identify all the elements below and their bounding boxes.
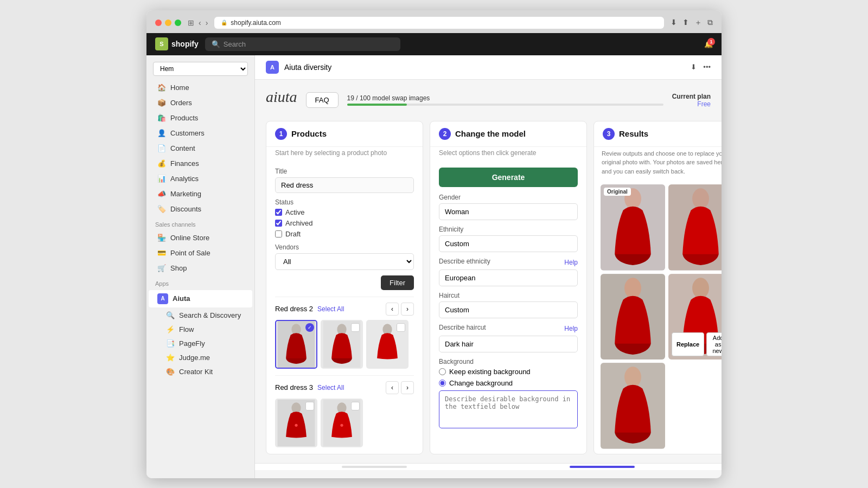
maximize-button[interactable]	[175, 20, 181, 26]
creator-kit-icon: 🎨	[166, 368, 175, 376]
sidebar-item-flow[interactable]: ⚡ Flow	[149, 323, 252, 336]
change-bg-label: Change background	[449, 379, 513, 387]
sidebar-item-aiuta[interactable]: A Aiuta	[149, 290, 252, 307]
usage-bar-wrap: 19 / 100 model swap images	[347, 94, 663, 106]
minimize-button[interactable]	[165, 20, 171, 26]
haircut-label: Haircut	[439, 292, 578, 299]
discounts-icon: 🏷️	[157, 205, 166, 213]
gender-select[interactable]: Woman	[439, 203, 578, 220]
ethnicity-help-link[interactable]: Help	[564, 259, 578, 266]
draft-checkbox[interactable]	[275, 230, 282, 237]
lock-icon: 🔒	[221, 20, 227, 25]
sidebar-item-products[interactable]: 🛍️ Products	[149, 111, 252, 125]
faq-button[interactable]: FAQ	[306, 92, 339, 108]
product-next-2[interactable]: ›	[401, 381, 414, 394]
sidebar-item-online-store[interactable]: 🏪 Online Store	[149, 230, 252, 245]
product-thumb-1-2[interactable]	[366, 320, 409, 369]
original-badge: Original	[604, 188, 631, 196]
share-icon[interactable]: ⬆	[682, 18, 689, 28]
plan-label: Current plan	[672, 93, 711, 100]
download-icon[interactable]: ⬇	[671, 18, 677, 28]
ethnicity-select[interactable]: Custom	[439, 235, 578, 252]
product-group-2-name: Red dress 3	[275, 383, 313, 391]
filter-button[interactable]: Filter	[381, 275, 414, 290]
describe-haircut-header: Describe haircut Help	[439, 324, 578, 333]
product-thumb-1-0[interactable]: ✓	[275, 320, 317, 369]
replace-button[interactable]: Replace	[672, 332, 704, 356]
title-input[interactable]	[275, 177, 414, 193]
sidebar-item-pos[interactable]: 💳 Point of Sale	[149, 246, 252, 260]
haircut-field: Haircut Custom	[439, 292, 578, 318]
new-tab-icon[interactable]: ＋	[694, 18, 702, 28]
describe-haircut-input[interactable]	[439, 336, 578, 352]
bg-description-textarea[interactable]	[439, 390, 578, 428]
sidebar-item-finances[interactable]: 💰 Finances	[149, 156, 252, 171]
product-thumb-1-1[interactable]	[321, 320, 363, 369]
result-actions: Replace Add as new	[672, 332, 722, 356]
products-panel-subtitle: Start here by selecting a product photo	[266, 147, 423, 161]
archived-checkbox[interactable]	[275, 220, 282, 227]
product-thumbs-2	[275, 399, 414, 447]
plan-name: Free	[672, 100, 711, 108]
sidebar-item-customers[interactable]: 👤 Customers	[149, 126, 252, 140]
sidebar-item-analytics[interactable]: 📊 Analytics	[149, 171, 252, 186]
active-checkbox[interactable]	[275, 209, 282, 216]
product-next-1[interactable]: ›	[401, 303, 414, 316]
sidebar-label-shop: Shop	[170, 264, 187, 272]
notification-bell[interactable]: 🔔	[704, 40, 713, 48]
select-all-2[interactable]: Select All	[317, 384, 344, 391]
sidebar-item-judge[interactable]: ⭐ Judge.me	[149, 351, 252, 364]
sidebar-toggle-icon[interactable]: ⊞	[188, 18, 194, 27]
model-panel-subtitle: Select options then click generate	[430, 147, 586, 161]
product-thumb-2-1[interactable]	[321, 399, 363, 447]
active-label: Active	[285, 208, 304, 216]
sidebar-item-shop[interactable]: 🛒 Shop	[149, 261, 252, 275]
scroll-indicator-1[interactable]	[342, 466, 407, 468]
describe-ethnicity-input[interactable]	[439, 269, 578, 286]
download-action-icon[interactable]: ⬇	[691, 63, 697, 71]
sidebar-item-search-discovery[interactable]: 🔍 Search & Discovery	[149, 309, 252, 322]
address-bar[interactable]: 🔒 shopify.aiuta.com	[214, 17, 664, 29]
aiuta-logo: aiuta	[266, 88, 297, 106]
result-generated-2	[601, 274, 665, 360]
sidebar-label-customers: Customers	[170, 129, 205, 137]
sidebar-item-content[interactable]: 📄 Content	[149, 141, 252, 156]
store-select[interactable]: Hem	[153, 62, 248, 76]
keep-bg-row: Keep existing background	[439, 368, 578, 376]
sidebar-label-judge: Judge.me	[179, 354, 210, 362]
sidebar-item-pagefly[interactable]: 📑 PageFly	[149, 337, 252, 350]
sidebar-item-discounts[interactable]: 🏷️ Discounts	[149, 202, 252, 216]
vendors-select[interactable]: All	[275, 253, 414, 270]
haircut-help-link[interactable]: Help	[564, 325, 578, 332]
draft-label: Draft	[285, 230, 301, 238]
forward-icon[interactable]: ›	[206, 18, 208, 27]
generate-button[interactable]: Generate	[439, 168, 578, 187]
result-img-svg-4	[601, 363, 665, 449]
sidebar-item-orders[interactable]: 📦 Orders	[149, 95, 252, 110]
model-panel-header: 2 Change the model	[430, 121, 586, 147]
check-empty-4	[305, 402, 314, 410]
scroll-indicator-2[interactable]	[570, 466, 635, 468]
close-button[interactable]	[155, 20, 162, 26]
product-prev-1[interactable]: ‹	[386, 303, 399, 316]
tabs-icon[interactable]: ⧉	[707, 18, 713, 28]
product-prev-2[interactable]: ‹	[386, 381, 399, 394]
change-bg-radio[interactable]	[439, 380, 446, 387]
sidebar-label-products: Products	[170, 114, 198, 122]
store-select-wrap[interactable]: Hem	[153, 62, 248, 76]
select-all-1[interactable]: Select All	[317, 305, 344, 313]
product-group-1-header: Red dress 2 Select All ‹ ›	[275, 303, 414, 316]
sidebar-item-creator-kit[interactable]: 🎨 Creator Kit	[149, 365, 252, 378]
haircut-select[interactable]: Custom	[439, 301, 578, 318]
more-options-icon[interactable]: •••	[703, 63, 711, 71]
products-panel-number: 1	[275, 128, 287, 140]
keep-bg-radio[interactable]	[439, 368, 446, 375]
sidebar-item-marketing[interactable]: 📣 Marketing	[149, 187, 252, 201]
shopify-topbar: S shopify 🔍 Search 🔔	[146, 33, 722, 55]
back-icon[interactable]: ‹	[199, 18, 201, 27]
add-as-new-button[interactable]: Add as new	[706, 332, 722, 356]
topbar-search[interactable]: 🔍 Search	[205, 37, 400, 51]
product-thumb-2-0[interactable]	[275, 399, 317, 447]
sidebar-item-home[interactable]: 🏠 Home	[149, 80, 252, 95]
svg-point-17	[624, 278, 641, 298]
